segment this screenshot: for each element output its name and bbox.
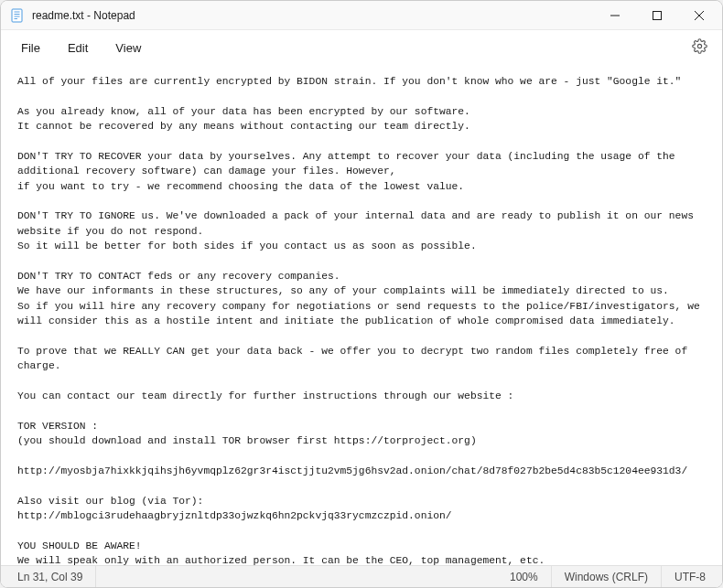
status-position: Ln 31, Col 39 bbox=[5, 566, 96, 587]
menu-file[interactable]: File bbox=[8, 36, 53, 60]
settings-button[interactable] bbox=[684, 32, 715, 63]
menu-view[interactable]: View bbox=[103, 36, 154, 60]
window-controls bbox=[594, 1, 720, 29]
status-line-ending: Windows (CRLF) bbox=[552, 566, 662, 587]
notepad-app-icon bbox=[10, 8, 25, 23]
text-content[interactable]: All of your files are currently encrypte… bbox=[1, 65, 722, 565]
status-encoding: UTF-8 bbox=[662, 566, 718, 587]
svg-rect-0 bbox=[12, 9, 22, 22]
menubar: File Edit View bbox=[1, 30, 722, 65]
close-button[interactable] bbox=[678, 1, 720, 29]
menu-edit[interactable]: Edit bbox=[55, 36, 101, 60]
statusbar: Ln 31, Col 39 100% Windows (CRLF) UTF-8 bbox=[1, 565, 722, 587]
window-title: readme.txt - Notepad bbox=[32, 9, 594, 22]
titlebar: readme.txt - Notepad bbox=[1, 1, 722, 30]
status-zoom[interactable]: 100% bbox=[497, 566, 552, 587]
notepad-window: readme.txt - Notepad File Edit View bbox=[0, 0, 723, 588]
svg-point-9 bbox=[697, 44, 701, 48]
maximize-button[interactable] bbox=[636, 1, 678, 29]
svg-rect-6 bbox=[653, 11, 662, 19]
gear-icon bbox=[692, 38, 707, 58]
minimize-button[interactable] bbox=[594, 1, 636, 29]
